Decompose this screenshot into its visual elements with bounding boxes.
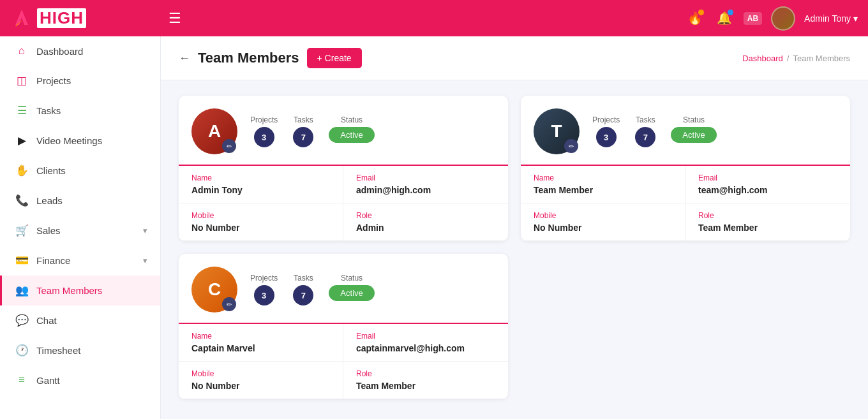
info-mobile-value-3: No Number <box>191 381 330 391</box>
sidebar-icon-sales: 🛒 <box>15 224 29 237</box>
card-stats-3: Projects 3 Tasks 7 Status Active <box>250 274 495 305</box>
breadcrumb-dashboard[interactable]: Dashboard <box>742 54 783 63</box>
info-role-value-2: Team Member <box>698 223 837 233</box>
avatar-wrap-3: C ✏ <box>191 267 237 312</box>
sidebar-label-finance: Finance <box>36 255 135 266</box>
info-email-1: Email admin@high.com <box>343 166 508 203</box>
sidebar-arrow-finance: ▾ <box>143 256 147 265</box>
sidebar-icon-video-meetings: ▶ <box>15 134 29 147</box>
status-badge-3: Active <box>329 285 374 301</box>
user-dropdown-arrow: ▾ <box>853 13 858 24</box>
sidebar-item-tasks[interactable]: ☰ Tasks <box>0 96 160 126</box>
stat-tasks-1: Tasks 7 <box>293 115 313 147</box>
info-mobile-value-2: No Number <box>534 223 672 233</box>
content-header: ← Team Members + Create Dashboard / Team… <box>161 36 868 80</box>
info-role-value-1: Admin <box>356 223 495 233</box>
stat-status-2: Status Active <box>671 115 716 147</box>
back-button[interactable]: ← <box>179 52 190 65</box>
stat-tasks-label-3: Tasks <box>294 274 313 283</box>
info-name-value-2: Team Member <box>534 185 672 195</box>
sidebar-item-video-meetings[interactable]: ▶ Video Meetings <box>0 126 160 156</box>
user-name: Admin Tony <box>804 13 851 24</box>
info-name-3: Name Captain Marvel <box>179 324 343 362</box>
card-stats-2: Projects 3 Tasks 7 Status Active <box>592 115 837 147</box>
sidebar-item-dashboard[interactable]: ⌂ Dashboard <box>0 36 160 66</box>
notification-bell-btn[interactable]: 🔔 <box>714 8 735 29</box>
info-mobile-label-3: Mobile <box>191 369 330 378</box>
stat-projects-value-2: 3 <box>596 127 617 147</box>
user-menu[interactable]: Admin Tony ▾ <box>804 13 858 24</box>
sidebar-item-leads[interactable]: 📞 Leads <box>0 186 160 216</box>
info-email-value-3: captainmarvel@high.com <box>356 343 495 353</box>
info-role-3: Role Team Member <box>343 362 508 399</box>
sidebar-label-gantt: Gantt <box>36 375 147 386</box>
top-navigation: HIGH ☰ 🔥 🔔 AB Admin Tony ▾ <box>0 0 868 36</box>
info-mobile-label-2: Mobile <box>534 211 672 220</box>
sidebar-label-leads: Leads <box>36 195 147 206</box>
header-left: ← Team Members + Create <box>179 48 362 68</box>
create-button[interactable]: + Create <box>307 48 362 68</box>
info-email-label-1: Email <box>356 173 495 182</box>
stat-projects-value-1: 3 <box>254 127 274 147</box>
breadcrumb: Dashboard / Team Members <box>742 54 850 63</box>
sidebar-label-video-meetings: Video Meetings <box>36 135 147 146</box>
card-top-3: C ✏ Projects 3 Tasks 7 Status Active <box>179 254 508 324</box>
info-role-2: Role Team Member <box>685 203 850 241</box>
status-badge-2: Active <box>671 127 716 143</box>
stat-projects-2: Projects 3 <box>592 115 620 147</box>
stat-status-1: Status Active <box>329 115 374 147</box>
info-mobile-2: Mobile No Number <box>521 203 685 241</box>
info-role-label-2: Role <box>698 211 837 220</box>
sidebar-icon-clients: ✋ <box>15 164 29 177</box>
info-role-value-3: Team Member <box>356 381 495 391</box>
sidebar-item-chat[interactable]: 💬 Chat <box>0 305 160 335</box>
fire-badge <box>698 10 704 15</box>
sidebar-item-finance[interactable]: 💳 Finance ▾ <box>0 246 160 276</box>
stat-status-label-3: Status <box>341 274 363 283</box>
info-email-2: Email team@high.com <box>685 166 850 203</box>
sidebar-label-tasks: Tasks <box>36 105 147 116</box>
avatar-edit-3[interactable]: ✏ <box>222 297 236 311</box>
main-layout: ⌂ Dashboard ◫ Projects ☰ Tasks ▶ Video M… <box>0 36 868 419</box>
sidebar-item-team-members[interactable]: 👥 Team Members <box>0 276 160 305</box>
avatar-edit-1[interactable]: ✏ <box>222 139 236 153</box>
stat-tasks-2: Tasks 7 <box>635 115 655 147</box>
sidebar-icon-finance: 💳 <box>15 254 29 267</box>
notification-fire-btn[interactable]: 🔥 <box>685 8 705 29</box>
sidebar-label-dashboard: Dashboard <box>36 46 147 57</box>
content-area: ← Team Members + Create Dashboard / Team… <box>161 36 868 419</box>
sidebar-item-sales[interactable]: 🛒 Sales ▾ <box>0 216 160 246</box>
member-card-1: A ✏ Projects 3 Tasks 7 Status Active <box>179 96 508 241</box>
topnav-right: 🔥 🔔 AB Admin Tony ▾ <box>685 6 858 31</box>
stat-projects-1: Projects 3 <box>250 115 278 147</box>
stat-tasks-value-1: 7 <box>293 127 313 147</box>
avatar-wrap-2: T ✏ <box>534 108 580 154</box>
info-mobile-label-1: Mobile <box>191 211 330 220</box>
sidebar-item-clients[interactable]: ✋ Clients <box>0 156 160 186</box>
member-card-2: T ✏ Projects 3 Tasks 7 Status Active <box>521 96 850 241</box>
sidebar-icon-tasks: ☰ <box>15 104 29 117</box>
sidebar-icon-team-members: 👥 <box>15 284 29 297</box>
sidebar-label-sales: Sales <box>36 225 135 236</box>
card-top-1: A ✏ Projects 3 Tasks 7 Status Active <box>179 96 508 166</box>
sidebar-icon-projects: ◫ <box>15 74 29 87</box>
sidebar-label-chat: Chat <box>36 315 147 326</box>
avatar-edit-2[interactable]: ✏ <box>564 139 578 153</box>
sidebar-icon-dashboard: ⌂ <box>15 45 29 57</box>
sidebar: ⌂ Dashboard ◫ Projects ☰ Tasks ▶ Video M… <box>0 36 161 419</box>
sidebar-item-gantt[interactable]: ≡ Gantt <box>0 365 160 395</box>
language-selector[interactable]: AB <box>744 12 762 25</box>
stat-projects-label-3: Projects <box>250 274 278 283</box>
hamburger-menu[interactable]: ☰ <box>168 10 685 27</box>
avatar-wrap-1: A ✏ <box>191 108 237 154</box>
sidebar-item-projects[interactable]: ◫ Projects <box>0 66 160 96</box>
stat-tasks-value-2: 7 <box>635 127 655 147</box>
bell-badge <box>728 10 733 15</box>
info-role-label-1: Role <box>356 211 495 220</box>
info-name-1: Name Admin Tony <box>179 166 343 203</box>
info-email-label-2: Email <box>698 173 837 182</box>
svg-marker-0 <box>15 10 28 25</box>
sidebar-item-timesheet[interactable]: 🕐 Timesheet <box>0 335 160 365</box>
stat-status-label-1: Status <box>341 115 363 124</box>
sidebar-label-clients: Clients <box>36 165 147 176</box>
